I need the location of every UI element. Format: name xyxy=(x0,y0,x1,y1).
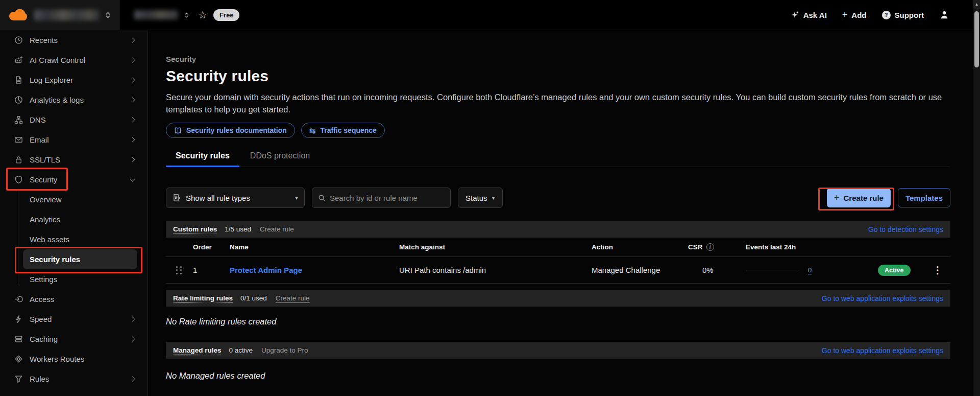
topbar: ☆ Free Ask AI + Add ? Support xyxy=(0,0,980,30)
rule-search-input[interactable] xyxy=(330,194,445,202)
row-menu-button[interactable]: ⋮ xyxy=(933,264,943,276)
create-rule-button[interactable]: + Create rule xyxy=(827,188,891,207)
traffic-sequence-button[interactable]: ⇆ Traffic sequence xyxy=(301,123,385,138)
tab-ddos-protection[interactable]: DDoS protection xyxy=(240,151,320,167)
sidebar-item-label: Security xyxy=(30,175,57,184)
caret-down-icon: ▾ xyxy=(295,194,298,201)
scrollbar-thumb[interactable] xyxy=(974,11,979,67)
sidebar-item-email[interactable]: Email xyxy=(0,130,148,150)
detection-settings-link[interactable]: Go to detection settings xyxy=(868,225,943,234)
rule-list-icon xyxy=(173,194,181,202)
sidebar-item-access[interactable]: Access xyxy=(0,289,148,309)
user-menu-button[interactable] xyxy=(939,10,949,20)
column-match: Match against xyxy=(399,243,592,251)
waf-settings-link[interactable]: Go to web application exploits settings xyxy=(822,346,943,355)
chevron-right-icon xyxy=(130,157,135,162)
lightning-icon xyxy=(14,315,23,323)
waf-settings-link[interactable]: Go to web application exploits settings xyxy=(822,294,943,302)
sidebar-item-security[interactable]: Security xyxy=(0,170,148,190)
status-badge: Active xyxy=(878,265,911,276)
security-subnav: Overview Analytics Web assets Security r… xyxy=(0,190,148,289)
sidebar-item-label: Recents xyxy=(30,36,58,44)
chevron-right-icon xyxy=(130,337,135,342)
custom-rules-bar: Custom rules 1/5 used Create rule Go to … xyxy=(166,221,950,238)
security-rules-documentation-button[interactable]: Security rules documentation xyxy=(166,123,295,138)
button-label: Traffic sequence xyxy=(320,126,377,134)
access-arrow-icon xyxy=(14,295,23,304)
account-switcher[interactable] xyxy=(0,0,120,30)
sidebar-item-dns[interactable]: DNS xyxy=(0,110,148,130)
dns-tree-icon xyxy=(14,115,23,124)
managed-rules-empty-state: No Managed rules created xyxy=(166,371,950,381)
sidebar-item-ssl-tls[interactable]: SSL/TLS xyxy=(0,150,148,170)
custom-rules-create-link[interactable]: Create rule xyxy=(260,225,294,233)
status-filter-button[interactable]: Status ▾ xyxy=(458,188,503,208)
help-icon: ? xyxy=(882,11,891,19)
rule-csr: 0% xyxy=(688,266,746,274)
sidebar-item-label: Rules xyxy=(30,375,49,383)
managed-rules-title[interactable]: Managed rules xyxy=(173,346,222,354)
info-icon[interactable]: i xyxy=(706,243,714,251)
sidebar-item-label: Speed xyxy=(30,315,52,323)
tab-bar: Security rules DDoS protection xyxy=(166,151,950,167)
ask-ai-button[interactable]: Ask AI xyxy=(791,11,827,19)
envelope-icon xyxy=(14,135,23,144)
sidebar-item-security-settings[interactable]: Settings xyxy=(23,269,137,289)
sidebar-item-rules[interactable]: Rules xyxy=(0,369,148,389)
padlock-icon xyxy=(14,155,23,164)
sparkline xyxy=(746,270,799,270)
sidebar-item-security-analytics[interactable]: Analytics xyxy=(23,209,137,229)
sidebar-item-recents[interactable]: Recents xyxy=(0,30,148,50)
rule-type-filter-select[interactable]: Show all rule types ▾ xyxy=(166,188,305,208)
support-button[interactable]: ? Support xyxy=(882,11,924,19)
sidebar: Recents AI Crawl Control Log Explorer An… xyxy=(0,30,148,396)
rate-limiting-create-link[interactable]: Create rule xyxy=(276,294,310,302)
layers-icon xyxy=(14,335,23,343)
custom-rules-title[interactable]: Custom rules xyxy=(173,225,217,233)
swap-arrows-icon: ⇆ xyxy=(309,127,316,134)
templates-button[interactable]: Templates xyxy=(898,188,950,207)
events-count-link[interactable]: 0 xyxy=(808,266,812,274)
sidebar-item-speed[interactable]: Speed xyxy=(0,309,148,329)
rate-limiting-title[interactable]: Rate limiting rules xyxy=(173,294,233,302)
ask-ai-label: Ask AI xyxy=(803,11,827,19)
tab-security-rules[interactable]: Security rules xyxy=(166,151,239,167)
sidebar-item-security-rules[interactable]: Security rules xyxy=(23,249,137,269)
chevron-right-icon xyxy=(130,317,135,322)
sidebar-item-label: SSL/TLS xyxy=(30,155,60,164)
favorite-star-icon[interactable]: ☆ xyxy=(198,10,207,20)
sidebar-item-web-assets[interactable]: Web assets xyxy=(23,229,137,249)
drag-handle-icon[interactable] xyxy=(176,266,182,274)
sidebar-item-workers-routes[interactable]: Workers Routes xyxy=(0,349,148,369)
sidebar-item-analytics-logs[interactable]: Analytics & logs xyxy=(0,90,148,110)
zone-switcher[interactable] xyxy=(134,10,189,19)
rules-table-header: Order Name Match against Action CSR i Ev… xyxy=(166,238,950,257)
cloudflare-logo-icon xyxy=(8,8,29,21)
upgrade-to-pro-link[interactable]: Upgrade to Pro xyxy=(261,346,308,354)
scroll-up-icon[interactable]: ▲ xyxy=(973,0,980,9)
add-button[interactable]: + Add xyxy=(842,10,867,19)
toolbar-actions: + Create rule Templates xyxy=(827,188,950,207)
add-label: Add xyxy=(851,11,866,19)
column-action: Action xyxy=(592,243,688,251)
cloudflare-dashboard: ☆ Free Ask AI + Add ? Support xyxy=(0,0,980,396)
sidebar-item-security-overview[interactable]: Overview xyxy=(23,190,137,209)
sidebar-item-label: Log Explorer xyxy=(30,76,73,84)
column-label: CSR xyxy=(688,243,703,251)
page-scrollbar[interactable]: ▲ xyxy=(973,0,980,396)
rule-match: URI Path contains /admin xyxy=(399,266,592,274)
column-order: Order xyxy=(193,243,230,251)
button-label: Create rule xyxy=(844,194,884,202)
plus-icon: + xyxy=(842,10,848,19)
sidebar-item-ai-crawl-control[interactable]: AI Crawl Control xyxy=(0,50,148,70)
rules-toolbar: Show all rule types ▾ Status ▾ + Create … xyxy=(166,188,950,208)
filter-label: Status xyxy=(465,194,487,202)
sidebar-item-label: Analytics xyxy=(30,215,60,224)
log-file-icon xyxy=(14,76,23,84)
rate-limiting-usage: 0/1 used xyxy=(240,294,267,302)
caret-down-icon: ▾ xyxy=(492,194,495,201)
main-content: Security Security rules Secure your doma… xyxy=(148,30,980,396)
sidebar-item-log-explorer[interactable]: Log Explorer xyxy=(0,70,148,90)
rule-name-link[interactable]: Protect Admin Page xyxy=(230,266,399,274)
sidebar-item-caching[interactable]: Caching xyxy=(0,329,148,349)
